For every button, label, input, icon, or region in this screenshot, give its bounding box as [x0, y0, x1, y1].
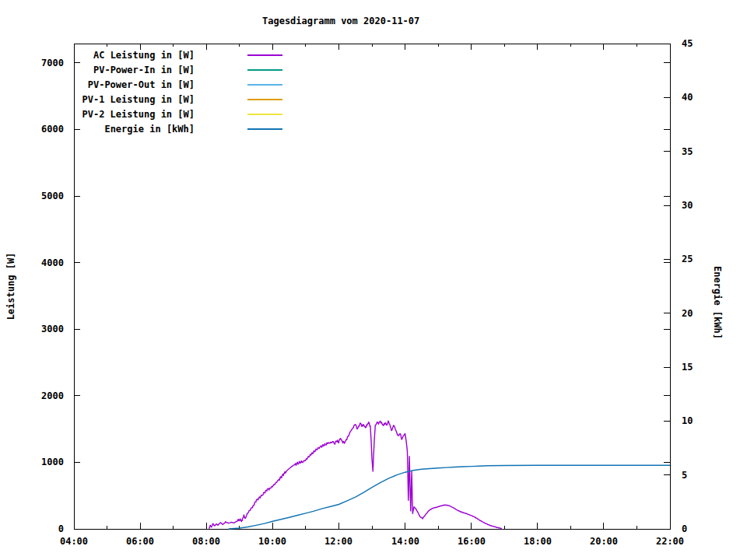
- x-tick-label: 18:00: [514, 536, 561, 547]
- y-left-tick-label: 4000: [17, 257, 64, 268]
- x-tick-label: 08:00: [183, 536, 230, 547]
- y-right-tick-label: 35: [682, 146, 693, 157]
- x-tick-label: 06:00: [117, 536, 163, 547]
- series-curve-0: [209, 421, 502, 529]
- legend-line-icon-4: [247, 114, 282, 115]
- y-right-tick-label: 5: [682, 470, 687, 481]
- y-left-tick-label: 2000: [17, 390, 64, 401]
- y-axis-label-right: Energie [kWh]: [712, 266, 723, 339]
- x-tick-label: 22:00: [647, 536, 693, 547]
- y-right-tick-label: 25: [682, 254, 693, 264]
- x-tick-label: 14:00: [382, 536, 429, 547]
- daily-pv-chart: Tagesdiagramm vom 2020-11-07 Leistung [W…: [0, 0, 747, 560]
- legend-label-3: PV-1 Leistung in [W]: [39, 94, 195, 105]
- x-tick-label: 20:00: [580, 536, 627, 547]
- legend-label-4: PV-2 Leistung in [W]: [39, 109, 195, 120]
- x-tick-label: 10:00: [249, 536, 296, 547]
- x-tick-label: 12:00: [315, 536, 362, 547]
- legend-line-icon-2: [247, 84, 282, 86]
- y-right-tick-label: 0: [682, 523, 687, 534]
- y-left-tick-label: 1000: [17, 457, 64, 467]
- legend-label-0: AC Leistung in [W]: [39, 50, 195, 61]
- legend-line-icon-5: [247, 128, 282, 130]
- y-right-tick-label: 20: [682, 308, 693, 319]
- x-tick-label: 04:00: [51, 536, 97, 547]
- y-right-tick-label: 40: [682, 92, 693, 103]
- y-axis-label-left: Leistung [W]: [5, 253, 16, 320]
- legend-line-icon-1: [247, 69, 282, 71]
- y-left-tick-label: 5000: [17, 191, 64, 201]
- y-right-tick-label: 30: [682, 200, 693, 211]
- legend-label-1: PV-Power-In in [W]: [39, 65, 195, 75]
- legend-label-2: PV-Power-Out in [W]: [39, 79, 195, 90]
- series-curve-5: [229, 465, 670, 529]
- legend-line-icon-3: [247, 99, 282, 100]
- legend-line-icon-0: [247, 54, 282, 56]
- y-right-tick-label: 15: [682, 362, 693, 373]
- y-right-tick-label: 10: [682, 415, 693, 426]
- x-tick-label: 16:00: [448, 536, 495, 547]
- y-left-tick-label: 3000: [17, 324, 64, 334]
- y-left-tick-label: 0: [17, 523, 64, 534]
- y-right-tick-label: 45: [682, 38, 693, 49]
- chart-title: Tagesdiagramm vom 2020-11-07: [262, 16, 419, 26]
- legend-label-5: Energie in [kWh]: [39, 124, 195, 135]
